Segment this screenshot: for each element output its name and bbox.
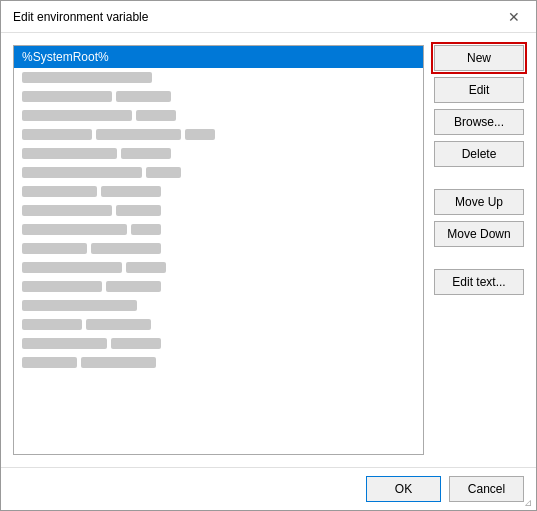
move-up-button[interactable]: Move Up xyxy=(434,189,524,215)
list-item[interactable] xyxy=(14,144,423,163)
list-item[interactable] xyxy=(14,125,423,144)
list-item[interactable] xyxy=(14,258,423,277)
cancel-button[interactable]: Cancel xyxy=(449,476,524,502)
dialog-title: Edit environment variable xyxy=(13,10,148,24)
list-item[interactable] xyxy=(14,220,423,239)
new-button[interactable]: New xyxy=(434,45,524,71)
list-item[interactable] xyxy=(14,353,423,372)
buttons-panel: New Edit Browse... Delete Move Up Move D… xyxy=(434,45,524,455)
resize-handle[interactable]: ⊿ xyxy=(524,497,532,508)
list-item[interactable] xyxy=(14,334,423,353)
ok-button[interactable]: OK xyxy=(366,476,441,502)
edit-env-var-dialog: Edit environment variable ✕ %SystemRoot% xyxy=(0,0,537,511)
move-down-button[interactable]: Move Down xyxy=(434,221,524,247)
list-item[interactable] xyxy=(14,163,423,182)
list-item[interactable] xyxy=(14,239,423,258)
list-item[interactable] xyxy=(14,201,423,220)
delete-button[interactable]: Delete xyxy=(434,141,524,167)
env-var-list[interactable]: %SystemRoot% xyxy=(13,45,424,455)
edit-text-button[interactable]: Edit text... xyxy=(434,269,524,295)
browse-button[interactable]: Browse... xyxy=(434,109,524,135)
list-item[interactable] xyxy=(14,87,423,106)
list-item-selected[interactable]: %SystemRoot% xyxy=(14,46,423,68)
dialog-footer: OK Cancel xyxy=(1,467,536,510)
dialog-content: %SystemRoot% xyxy=(1,33,536,467)
close-button[interactable]: ✕ xyxy=(504,7,524,27)
title-bar: Edit environment variable ✕ xyxy=(1,1,536,33)
list-item[interactable] xyxy=(14,182,423,201)
list-item[interactable] xyxy=(14,106,423,125)
list-item[interactable] xyxy=(14,296,423,315)
list-item[interactable] xyxy=(14,68,423,87)
list-item[interactable] xyxy=(14,277,423,296)
list-item[interactable] xyxy=(14,315,423,334)
edit-button[interactable]: Edit xyxy=(434,77,524,103)
